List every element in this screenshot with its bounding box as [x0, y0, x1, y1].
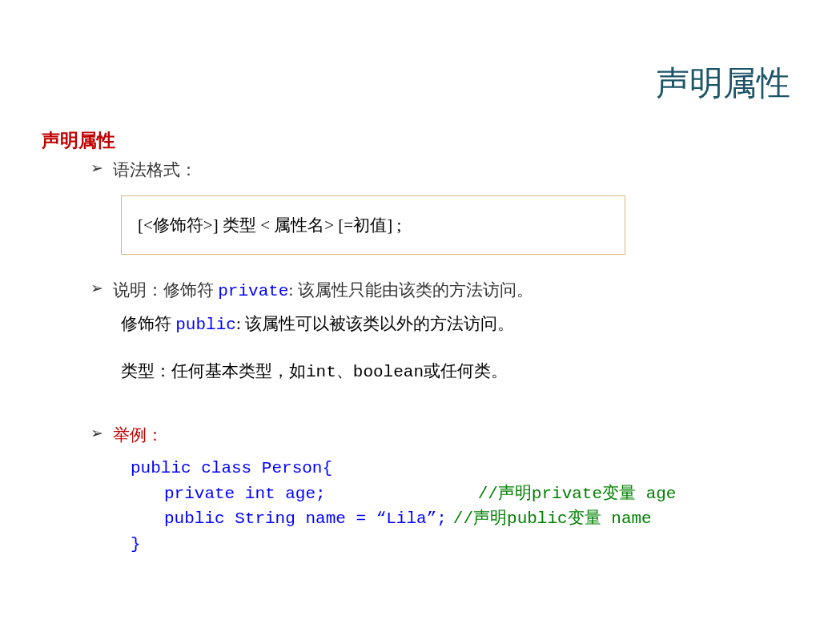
code-public-decl: public String name = “Lila”; — [164, 509, 447, 528]
code-block: public class Person{ private int age;//声… — [131, 456, 771, 557]
code-private-decl: private int age; — [164, 485, 326, 503]
syntax-box: [<修饰符>] 类型 < 属性名> [=初值] ; — [121, 195, 625, 255]
code-line-3: public String name = “Lila”;//声明public变量… — [164, 506, 771, 532]
code-line-1: public class Person{ — [131, 456, 771, 481]
desc3-suffix: 或任何类。 — [424, 361, 508, 380]
page-title: 声明属性 — [656, 61, 790, 106]
content-area: 语法格式： [<修饰符>] 类型 < 属性名> [=初值] ; 说明：修饰符 p… — [90, 159, 771, 557]
keyword-public: public — [175, 316, 236, 334]
desc-prefix: 说明：修饰符 — [113, 280, 218, 300]
type-description: 类型：任何基本类型，如int、boolean或任何类。 — [121, 358, 771, 386]
desc3-prefix: 类型：任何基本类型，如 — [121, 361, 306, 380]
example-section: 举例： public class Person{ private int age… — [90, 424, 771, 557]
syntax-format-bullet: 语法格式： — [90, 159, 771, 181]
code-line-2: private int age;//声明private变量 age — [164, 481, 771, 507]
example-bullet: 举例： — [90, 424, 771, 446]
desc3-types: int、boolean — [306, 363, 424, 381]
desc2-prefix: 修饰符 — [121, 314, 175, 333]
comment-private: //声明private变量 age — [478, 485, 677, 503]
code-line-4: } — [131, 532, 771, 558]
section-title: 声明属性 — [42, 128, 115, 153]
keyword-private: private — [218, 282, 288, 300]
description-bullet: 说明：修饰符 private: 该属性只能由该类的方法访问。 — [90, 279, 771, 301]
public-description: 修饰符 public: 该属性可以被该类以外的方法访问。 — [121, 311, 771, 339]
desc-suffix: : 该属性只能由该类的方法访问。 — [288, 280, 533, 300]
comment-public: //声明public变量 name — [453, 509, 652, 528]
desc2-suffix: : 该属性可以被该类以外的方法访问。 — [236, 314, 514, 333]
